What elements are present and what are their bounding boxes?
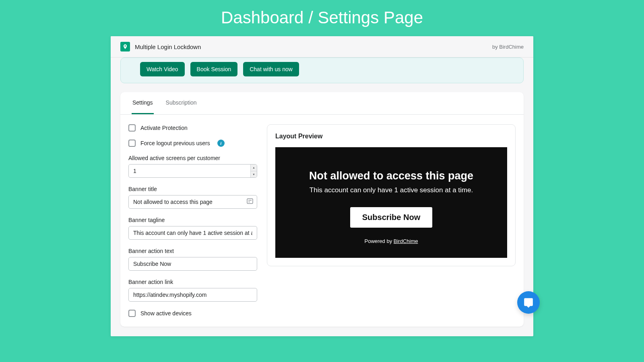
page-title: Dashboard / Settings Page xyxy=(0,0,644,36)
preview-banner-tagline: This account can only have 1 active sess… xyxy=(287,186,496,194)
tab-settings[interactable]: Settings xyxy=(132,92,154,114)
settings-panel: Activate Protection Force logout previou… xyxy=(120,115,524,327)
preview-subscribe-button[interactable]: Subscribe Now xyxy=(350,207,432,228)
allowed-screens-field: Allowed active screens per customer ▲ ▼ xyxy=(128,155,257,178)
content-area: Watch Video Book Session Chat with us no… xyxy=(111,58,533,336)
banner-action-text-field: Banner action text xyxy=(128,248,257,271)
number-spinner: ▲ ▼ xyxy=(250,165,257,177)
tab-subscription[interactable]: Subscription xyxy=(165,92,198,114)
show-devices-checkbox[interactable] xyxy=(128,310,136,317)
app-window: Multiple Login Lockdown by BirdChime Wat… xyxy=(111,36,533,336)
settings-column: Activate Protection Force logout previou… xyxy=(128,124,257,317)
preview-card: Layout Preview Not allowed to access thi… xyxy=(267,124,516,266)
svg-rect-0 xyxy=(247,199,253,204)
main-card: Settings Subscription Activate Protectio… xyxy=(120,92,524,327)
book-session-button[interactable]: Book Session xyxy=(190,62,238,76)
info-icon[interactable]: i xyxy=(217,140,225,147)
activate-protection-label: Activate Protection xyxy=(140,125,188,131)
banner-title-wrap xyxy=(128,195,257,209)
preview-footer: Powered by BirdChime xyxy=(287,238,496,244)
force-logout-checkbox[interactable] xyxy=(128,140,136,147)
spin-down-icon[interactable]: ▼ xyxy=(251,171,257,178)
tabs: Settings Subscription xyxy=(120,92,524,115)
banner-tagline-label: Banner tagline xyxy=(128,217,257,223)
by-text: by BirdChime xyxy=(492,44,524,50)
banner-tagline-field: Banner tagline xyxy=(128,217,257,240)
card-text-icon xyxy=(247,198,253,206)
preview-column: Layout Preview Not allowed to access thi… xyxy=(267,124,516,317)
activate-protection-checkbox[interactable] xyxy=(128,124,136,132)
preview-heading: Layout Preview xyxy=(275,133,507,140)
show-devices-label: Show active devices xyxy=(140,310,192,317)
activate-protection-row: Activate Protection xyxy=(128,124,257,132)
app-logo-icon xyxy=(120,42,130,51)
force-logout-label: Force logout previous users xyxy=(140,140,210,146)
show-devices-row: Show active devices xyxy=(128,310,257,317)
allowed-screens-wrap: ▲ ▼ xyxy=(128,164,257,178)
banner-action-text-input[interactable] xyxy=(128,257,257,271)
chat-icon xyxy=(523,297,534,308)
powered-by-prefix: Powered by xyxy=(365,238,394,244)
spin-up-icon[interactable]: ▲ xyxy=(251,165,257,171)
chat-now-button[interactable]: Chat with us now xyxy=(243,62,299,76)
app-header: Multiple Login Lockdown by BirdChime xyxy=(111,36,533,58)
banner-title-field: Banner title xyxy=(128,186,257,209)
banner-tagline-input[interactable] xyxy=(128,226,257,240)
banner-title-input[interactable] xyxy=(128,195,257,209)
banner-action-text-label: Banner action text xyxy=(128,248,257,254)
banner-title-label: Banner title xyxy=(128,186,257,192)
allowed-screens-input[interactable] xyxy=(128,164,257,178)
banner-action-link-input[interactable] xyxy=(128,288,257,302)
preview-banner-title: Not allowed to access this page xyxy=(287,170,496,182)
watch-video-button[interactable]: Watch Video xyxy=(140,62,185,76)
help-banner: Watch Video Book Session Chat with us no… xyxy=(120,58,524,83)
app-header-left: Multiple Login Lockdown xyxy=(120,42,201,51)
allowed-screens-label: Allowed active screens per customer xyxy=(128,155,257,161)
force-logout-row: Force logout previous users i xyxy=(128,140,257,147)
app-title: Multiple Login Lockdown xyxy=(135,43,201,50)
chat-fab-button[interactable] xyxy=(517,291,540,314)
preview-banner: Not allowed to access this page This acc… xyxy=(275,147,507,258)
banner-action-link-field: Banner action link xyxy=(128,279,257,302)
banner-action-link-label: Banner action link xyxy=(128,279,257,285)
powered-by-link[interactable]: BirdChime xyxy=(394,238,418,244)
